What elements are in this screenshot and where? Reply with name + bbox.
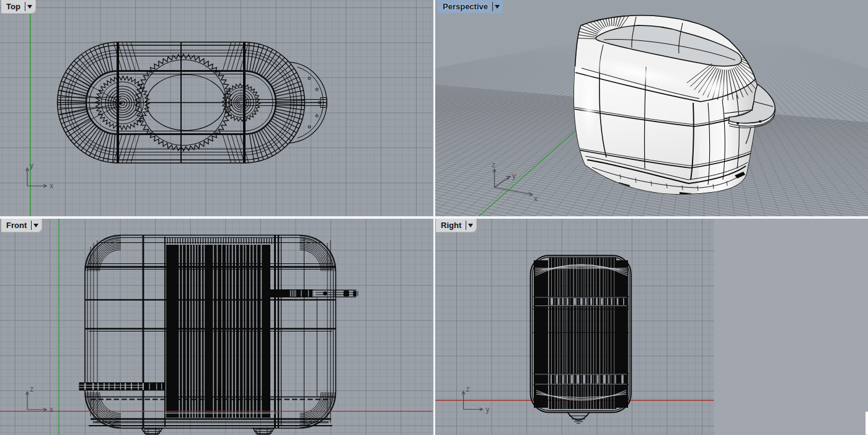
svg-text:z: z (30, 385, 33, 393)
svg-text:x: x (534, 195, 538, 203)
svg-text:z: z (466, 385, 470, 393)
svg-text:x: x (50, 182, 53, 190)
svg-text:y: y (30, 161, 33, 170)
svg-text:y: y (512, 172, 516, 180)
svg-text:x: x (50, 405, 53, 414)
svg-text:z: z (492, 160, 495, 169)
svg-text:y: y (486, 405, 490, 414)
